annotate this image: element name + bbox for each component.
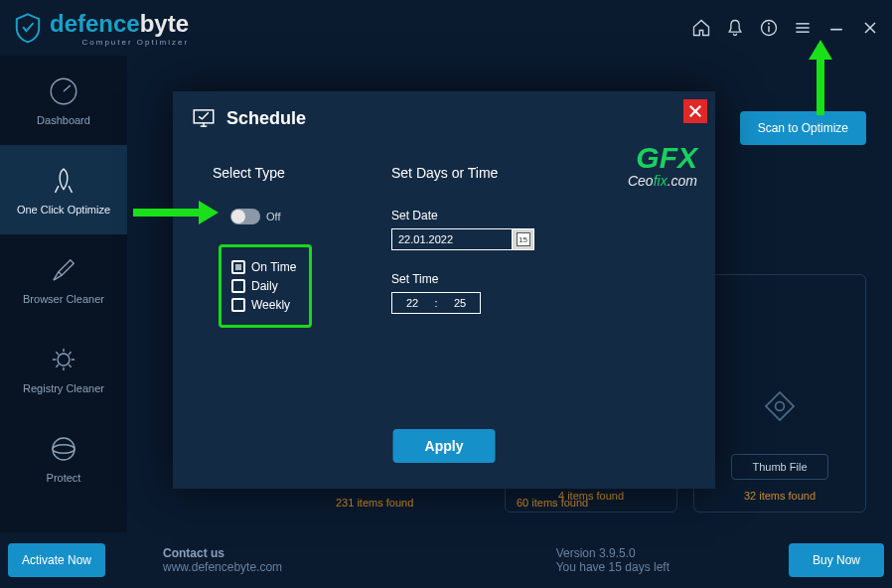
date-input[interactable] [391, 228, 513, 250]
sidebar-item-label: Protect [47, 472, 81, 484]
svg-marker-24 [809, 40, 832, 60]
set-time-label: Set Time [391, 272, 675, 286]
svg-point-15 [776, 402, 785, 411]
annotation-arrow-icon [129, 193, 219, 232]
checkbox-icon [231, 279, 245, 293]
time-separator: : [432, 297, 440, 309]
calendar-icon: 15 [517, 232, 530, 246]
sidebar-item-label: Registry Cleaner [23, 382, 104, 394]
home-icon[interactable] [691, 18, 711, 38]
checkbox-icon [231, 260, 245, 274]
close-app-icon[interactable] [860, 18, 880, 38]
monitor-icon [191, 105, 217, 131]
svg-rect-14 [766, 392, 794, 420]
annotation-arrow-icon [801, 40, 840, 119]
brush-icon [47, 253, 80, 287]
svg-point-12 [53, 438, 74, 460]
apply-button[interactable]: Apply [393, 429, 496, 463]
sidebar-item-label: Browser Cleaner [23, 293, 104, 305]
bell-icon[interactable] [725, 18, 745, 38]
items-found: 32 items found [744, 490, 816, 502]
sidebar-item-label: Dashboard [37, 114, 90, 126]
close-button[interactable] [683, 99, 707, 123]
time-hour-input[interactable] [392, 297, 432, 309]
modal-title-text: Schedule [226, 108, 306, 129]
toggle-label: Off [266, 211, 280, 222]
menu-icon[interactable] [793, 18, 813, 38]
sidebar-item-dashboard[interactable]: Dashboard [0, 56, 127, 145]
option-weekly[interactable]: Weekly [231, 298, 299, 312]
thumb-icon [758, 384, 802, 428]
watermark: GFX Ceofix.com [628, 143, 697, 189]
items-found: 231 items found [336, 497, 413, 509]
activate-button[interactable]: Activate Now [8, 543, 105, 577]
svg-line-10 [64, 85, 71, 91]
logo-text-2: byte [140, 10, 189, 37]
time-minute-input[interactable] [440, 297, 480, 309]
sidebar-item-protect[interactable]: Protect [0, 413, 127, 503]
version-info: Version 3.9.5.0 You have 15 days left [556, 546, 669, 574]
logo-subtitle: Computer Optimizer [50, 38, 189, 47]
schedule-toggle[interactable]: Off [230, 209, 280, 224]
sidebar-item-browser[interactable]: Browser Cleaner [0, 234, 127, 324]
contact-info: Contact us www.defencebyte.com [163, 546, 282, 574]
rocket-icon [47, 164, 80, 198]
sidebar-item-registry[interactable]: Registry Cleaner [0, 324, 127, 413]
gauge-icon [47, 74, 80, 108]
svg-marker-22 [199, 201, 219, 224]
minimize-icon[interactable] [826, 18, 846, 38]
gear-icon [47, 343, 80, 376]
schedule-modal: Schedule Select Type Off On Time Daily W… [173, 91, 715, 489]
info-icon[interactable] [759, 18, 779, 38]
option-ontime[interactable]: On Time [231, 260, 299, 274]
select-type-heading: Select Type [213, 165, 391, 181]
svg-point-2 [768, 23, 770, 25]
app-logo: defencebyte Computer Optimizer [12, 10, 189, 47]
globe-icon [47, 432, 80, 466]
option-daily[interactable]: Daily [231, 279, 299, 293]
card-button-thumb[interactable]: Thumb File [731, 454, 827, 480]
set-date-label: Set Date [391, 209, 675, 222]
checkbox-icon [231, 298, 245, 312]
logo-text-1: defence [50, 10, 140, 37]
shield-icon [12, 12, 44, 44]
svg-point-11 [58, 354, 70, 366]
buy-button[interactable]: Buy Now [789, 543, 884, 577]
items-found: 60 items found [517, 497, 588, 509]
sidebar-item-label: One Click Optimize [17, 204, 110, 216]
svg-point-13 [53, 445, 74, 454]
calendar-button[interactable]: 15 [513, 228, 534, 250]
sidebar-item-oneclick[interactable]: One Click Optimize [0, 145, 127, 234]
close-icon [688, 104, 702, 118]
